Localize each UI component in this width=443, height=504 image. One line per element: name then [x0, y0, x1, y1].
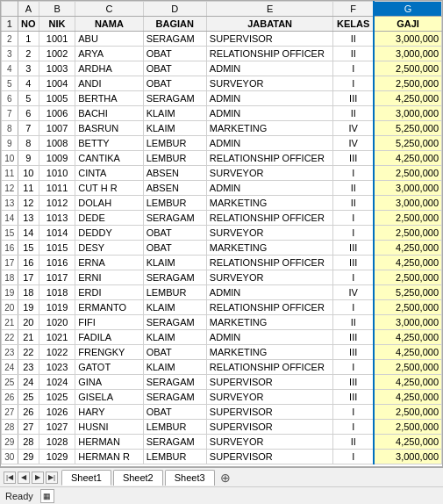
cell-a5[interactable]: 4 [18, 76, 39, 91]
cell-a2[interactable]: 1 [18, 32, 39, 47]
cell-b3[interactable]: 1002 [39, 47, 75, 61]
cell-f10[interactable]: III [333, 151, 374, 166]
cell-b26[interactable]: 1025 [39, 390, 75, 405]
cell-e20[interactable]: RELATIONSHIP OFFICER [206, 300, 332, 315]
cell-g27[interactable]: 2,500,000 [374, 405, 441, 420]
row-num-4[interactable]: 4 [2, 61, 18, 76]
cell-c20[interactable]: ERMANTO [75, 300, 143, 315]
cell-g3[interactable]: 3,000,000 [374, 47, 441, 61]
cell-c17[interactable]: ERNA [75, 256, 143, 270]
row-num-23[interactable]: 23 [2, 345, 18, 360]
row-num-5[interactable]: 5 [2, 76, 18, 91]
cell-b24[interactable]: 1023 [39, 360, 75, 375]
cell-e6[interactable]: ADMIN [206, 91, 332, 106]
col-header-a[interactable]: A [18, 2, 39, 17]
cell-e9[interactable]: ADMIN [206, 136, 332, 151]
cell-e2[interactable]: SUPERVISOR [206, 32, 332, 47]
row-num-16[interactable]: 16 [2, 241, 18, 256]
row-num-3[interactable]: 3 [2, 47, 18, 61]
cell-g8[interactable]: 5,250,000 [374, 121, 441, 136]
cell-a25[interactable]: 24 [18, 375, 39, 390]
row-num-30[interactable]: 30 [2, 450, 18, 464]
cell-c10[interactable]: CANTIKA [75, 151, 143, 166]
cell-g22[interactable]: 4,250,000 [374, 330, 441, 345]
cell-f4[interactable]: I [333, 61, 374, 76]
cell-c24[interactable]: GATOT [75, 360, 143, 375]
cell-f24[interactable]: I [333, 360, 374, 375]
row-num-17[interactable]: 17 [2, 256, 18, 270]
cell-d26[interactable]: SERAGAM [143, 390, 206, 405]
cell-c30[interactable]: HERMAN R [75, 450, 143, 464]
cell-f15[interactable]: I [333, 226, 374, 241]
cell-a20[interactable]: 19 [18, 300, 39, 315]
cell-d20[interactable]: KLAIM [143, 300, 206, 315]
cell-f16[interactable]: III [333, 241, 374, 256]
cell-d16[interactable]: OBAT [143, 241, 206, 256]
row-num-22[interactable]: 22 [2, 330, 18, 345]
col-header-f[interactable]: F [333, 2, 374, 17]
cell-b18[interactable]: 1017 [39, 270, 75, 285]
cell-g12[interactable]: 3,000,000 [374, 181, 441, 196]
cell-b29[interactable]: 1028 [39, 435, 75, 450]
cell-e29[interactable]: SURVEYOR [206, 435, 332, 450]
cell-e28[interactable]: SUPERVISOR [206, 420, 332, 435]
cell-c29[interactable]: HERMAN [75, 435, 143, 450]
cell-d1[interactable]: BAGIAN [143, 17, 206, 32]
cell-d13[interactable]: LEMBUR [143, 196, 206, 211]
cell-f25[interactable]: III [333, 375, 374, 390]
cell-f18[interactable]: I [333, 270, 374, 285]
cell-g17[interactable]: 4,250,000 [374, 256, 441, 270]
cell-c23[interactable]: FRENGKY [75, 345, 143, 360]
row-num-13[interactable]: 13 [2, 196, 18, 211]
cell-c2[interactable]: ABU [75, 32, 143, 47]
cell-b21[interactable]: 1020 [39, 315, 75, 330]
cell-g7[interactable]: 3,000,000 [374, 106, 441, 121]
cell-c27[interactable]: HARY [75, 405, 143, 420]
cell-g18[interactable]: 2,500,000 [374, 270, 441, 285]
cell-g30[interactable]: 3,000,000 [374, 450, 441, 464]
cell-d12[interactable]: ABSEN [143, 181, 206, 196]
cell-c13[interactable]: DOLAH [75, 196, 143, 211]
cell-f14[interactable]: I [333, 211, 374, 226]
cell-a22[interactable]: 21 [18, 330, 39, 345]
row-num-6[interactable]: 6 [2, 91, 18, 106]
cell-a3[interactable]: 2 [18, 47, 39, 61]
cell-f30[interactable]: I [333, 450, 374, 464]
cell-e27[interactable]: SUPERVISOR [206, 405, 332, 420]
cell-e12[interactable]: ADMIN [206, 181, 332, 196]
cell-a6[interactable]: 5 [18, 91, 39, 106]
cell-f3[interactable]: II [333, 47, 374, 61]
cell-c25[interactable]: GINA [75, 375, 143, 390]
row-num-26[interactable]: 26 [2, 390, 18, 405]
cell-g23[interactable]: 4,250,000 [374, 345, 441, 360]
cell-d18[interactable]: SERAGAM [143, 270, 206, 285]
cell-f1[interactable]: KELAS [333, 17, 374, 32]
cell-f2[interactable]: II [333, 32, 374, 47]
cell-d8[interactable]: KLAIM [143, 121, 206, 136]
cell-e25[interactable]: SUPERVISOR [206, 375, 332, 390]
cell-c6[interactable]: BERTHA [75, 91, 143, 106]
cell-a12[interactable]: 11 [18, 181, 39, 196]
row-num-7[interactable]: 7 [2, 106, 18, 121]
nav-next[interactable]: ▶ [32, 472, 44, 484]
col-header-e[interactable]: E [206, 2, 332, 17]
cell-a18[interactable]: 17 [18, 270, 39, 285]
row-num-21[interactable]: 21 [2, 315, 18, 330]
cell-d9[interactable]: LEMBUR [143, 136, 206, 151]
cell-d2[interactable]: SERAGAM [143, 32, 206, 47]
cell-b14[interactable]: 1013 [39, 211, 75, 226]
cell-f26[interactable]: III [333, 390, 374, 405]
col-header-g[interactable]: G [374, 2, 441, 17]
cell-g16[interactable]: 4,250,000 [374, 241, 441, 256]
cell-b13[interactable]: 1012 [39, 196, 75, 211]
row-num-29[interactable]: 29 [2, 435, 18, 450]
cell-f13[interactable]: II [333, 196, 374, 211]
cell-a26[interactable]: 25 [18, 390, 39, 405]
cell-e18[interactable]: SURVEYOR [206, 270, 332, 285]
cell-a27[interactable]: 26 [18, 405, 39, 420]
cell-c26[interactable]: GISELA [75, 390, 143, 405]
cell-f6[interactable]: III [333, 91, 374, 106]
cell-c5[interactable]: ANDI [75, 76, 143, 91]
cell-g20[interactable]: 2,500,000 [374, 300, 441, 315]
cell-g10[interactable]: 4,250,000 [374, 151, 441, 166]
